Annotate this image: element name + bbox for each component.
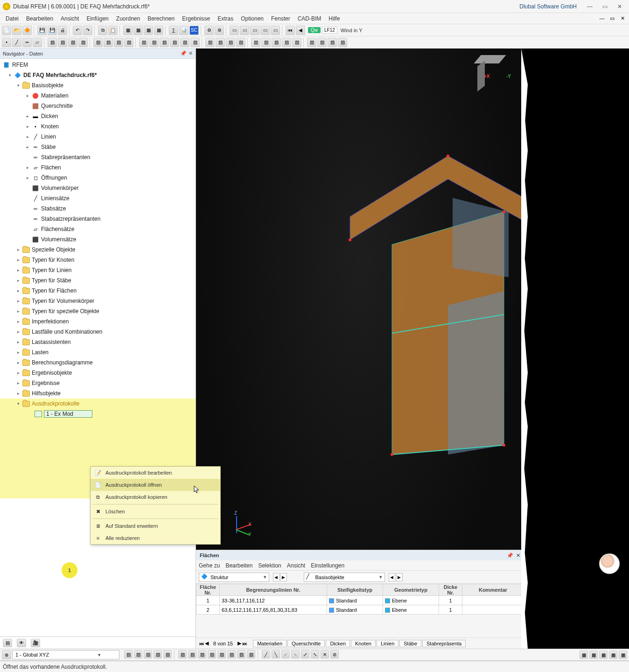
table-tab[interactable]: Stäbe bbox=[399, 640, 421, 647]
chevron-right-icon[interactable]: ▸ bbox=[15, 258, 21, 262]
chevron-right-icon[interactable]: ▸ bbox=[24, 175, 31, 180]
bt-icon[interactable]: ▨ bbox=[178, 650, 187, 658]
nav-prev-icon[interactable]: ◀ bbox=[205, 640, 209, 646]
maximize-button[interactable]: ▭ bbox=[598, 1, 611, 12]
bt-icon[interactable]: ▨ bbox=[227, 650, 236, 658]
script-icon[interactable]: SC bbox=[189, 26, 199, 35]
chevron-right-icon[interactable]: ▸ bbox=[15, 381, 21, 385]
tree-item[interactable]: ▱Flächensätze bbox=[0, 224, 196, 234]
lines-input[interactable] bbox=[222, 598, 325, 603]
tool-m-icon[interactable]: ▨ bbox=[180, 38, 189, 47]
menu-item[interactable]: Fenster bbox=[267, 14, 294, 23]
tree-folder[interactable]: ▸Ergebnisse bbox=[0, 378, 196, 388]
nav-next-icon[interactable]: ▶ bbox=[238, 640, 241, 646]
tool-v-icon[interactable]: ▨ bbox=[282, 38, 291, 47]
chevron-right-icon[interactable]: ▸ bbox=[15, 360, 21, 365]
table-tab[interactable]: Knoten bbox=[351, 640, 376, 647]
chevron-right-icon[interactable]: ▸ bbox=[15, 247, 21, 252]
minimize-button[interactable]: — bbox=[583, 1, 596, 12]
model-icon[interactable]: 🔶 bbox=[22, 26, 32, 35]
chevron-right-icon[interactable]: ▸ bbox=[15, 371, 21, 375]
save-icon[interactable]: 💾 bbox=[37, 26, 47, 35]
menu-item[interactable]: Extras bbox=[214, 14, 237, 23]
chevron-right-icon[interactable]: ▸ bbox=[15, 350, 21, 355]
menu-item[interactable]: Ansicht bbox=[57, 14, 83, 23]
bt-icon[interactable]: ▨ bbox=[134, 650, 142, 658]
table-menu-item[interactable]: Selektion bbox=[258, 562, 281, 569]
tool-p-icon[interactable]: ▨ bbox=[216, 38, 225, 47]
chevron-right-icon[interactable]: ▸ bbox=[24, 93, 31, 98]
nav-tab-data-icon[interactable]: ▤ bbox=[3, 639, 12, 647]
chevron-right-icon[interactable]: ▸ bbox=[15, 391, 21, 396]
tree-item[interactable]: ▸▬Dicken bbox=[0, 111, 196, 121]
bt-icon[interactable]: ▨ bbox=[217, 650, 226, 658]
mdi-restore-button[interactable]: ▭ bbox=[608, 15, 617, 21]
tool-d-icon[interactable]: ▨ bbox=[78, 38, 88, 47]
view3-icon[interactable]: ▦ bbox=[154, 26, 163, 35]
assistant-avatar[interactable] bbox=[599, 553, 620, 574]
tree-folder[interactable]: ▸Typen für Linien bbox=[0, 265, 196, 275]
bt-icon[interactable]: ▨ bbox=[154, 650, 162, 658]
tree-item[interactable]: 🟫Querschnitte bbox=[0, 101, 196, 111]
tree-folder[interactable]: ▸Lasten bbox=[0, 347, 196, 357]
tool-icon[interactable]: ⚙ bbox=[204, 26, 214, 35]
chevron-right-icon[interactable]: ▸ bbox=[24, 165, 31, 170]
tree-folder[interactable]: ▸Typen für Flächen bbox=[0, 286, 196, 296]
tool-f-icon[interactable]: ▨ bbox=[104, 38, 113, 47]
mdi-minimize-button[interactable]: — bbox=[597, 15, 607, 21]
nav-first-icon[interactable]: ⏮ bbox=[286, 26, 295, 35]
tree-item[interactable]: ═Stabrepräsentanten bbox=[0, 152, 196, 162]
tree-item[interactable]: ▸═Stäbe bbox=[0, 142, 196, 152]
menu-item[interactable]: CAD-BIM bbox=[294, 14, 325, 23]
menu-item[interactable]: Hilfe bbox=[325, 14, 343, 23]
tree-folder[interactable]: ▸Hilfsobjekte bbox=[0, 388, 196, 399]
loadcase-selector[interactable]: Qw LF12 Wind in Y bbox=[308, 27, 363, 34]
tree-root[interactable]: 📘 RFEM bbox=[0, 60, 196, 70]
bt-icon[interactable]: ▨ bbox=[163, 650, 172, 658]
tool-x-icon[interactable]: ▨ bbox=[307, 38, 316, 47]
redo-icon[interactable]: ↷ bbox=[83, 26, 92, 35]
tool-j-icon[interactable]: ▨ bbox=[149, 38, 159, 47]
table-tab[interactable]: Querschnitte bbox=[287, 640, 325, 647]
chevron-right-icon[interactable]: ▸ bbox=[15, 299, 21, 303]
results-icon[interactable]: 📊 bbox=[179, 26, 189, 35]
tree-item[interactable]: ═Stabsätze bbox=[0, 203, 196, 214]
chevron-right-icon[interactable]: ▸ bbox=[15, 319, 21, 324]
tree-model[interactable]: ▾ 🔷 DE FAQ Mehrfachdruck.rf6* bbox=[0, 70, 196, 80]
bt-icon[interactable]: ▨ bbox=[237, 650, 245, 658]
chevron-right-icon[interactable]: ▸ bbox=[24, 114, 31, 119]
print-icon[interactable]: 🖨 bbox=[58, 26, 67, 35]
chevron-down-icon[interactable]: ▾ bbox=[15, 83, 21, 88]
tree-folder[interactable]: ▸Typen für Knoten bbox=[0, 255, 196, 265]
tool-e-icon[interactable]: ▨ bbox=[93, 38, 103, 47]
tool7-icon[interactable]: ▭ bbox=[271, 26, 280, 35]
tree-folder[interactable]: ▸Typen für Stäbe bbox=[0, 275, 196, 286]
draw-surface-icon[interactable]: ▱ bbox=[33, 38, 42, 47]
tool-s-icon[interactable]: ▨ bbox=[251, 38, 260, 47]
tree-item[interactable]: ▸•Knoten bbox=[0, 121, 196, 132]
tree-folder[interactable]: ▸Imperfektionen bbox=[0, 316, 196, 327]
tool-aa-icon[interactable]: ▨ bbox=[338, 38, 347, 47]
chevron-down-icon[interactable]: ▾ bbox=[7, 73, 13, 77]
cm-open-report[interactable]: 📄Ausdruckprotokoll öffnen bbox=[91, 479, 220, 491]
table-tab[interactable]: Materialien bbox=[253, 640, 287, 647]
mdi-close-button[interactable]: ✕ bbox=[618, 15, 627, 21]
tool-w-icon[interactable]: ▨ bbox=[292, 38, 301, 47]
nav-tab-display-icon[interactable]: 👁 bbox=[17, 639, 26, 647]
panel-pin-icon[interactable]: 📌 bbox=[507, 553, 513, 559]
tree-protocol-item[interactable]: 1 - Ex Mod bbox=[0, 409, 196, 419]
draw-member-icon[interactable]: ═ bbox=[22, 38, 32, 47]
prev-icon[interactable]: ◀ bbox=[273, 573, 280, 581]
new-icon[interactable]: 📄 bbox=[2, 26, 11, 35]
bt-icon[interactable]: ⟍ bbox=[291, 650, 300, 658]
chevron-down-icon[interactable]: ▾ bbox=[15, 401, 21, 406]
chevron-right-icon[interactable]: ▸ bbox=[15, 309, 21, 314]
tool-a-icon[interactable]: ▨ bbox=[48, 38, 57, 47]
table-row[interactable]: 1 Standard Ebene 1 bbox=[196, 596, 524, 605]
tree-item[interactable]: ▸▱Flächen bbox=[0, 162, 196, 173]
tree-item[interactable]: ⬛Volumensätze bbox=[0, 234, 196, 245]
tool-o-icon[interactable]: ▨ bbox=[205, 38, 215, 47]
undo-icon[interactable]: ↶ bbox=[73, 26, 82, 35]
tool-t-icon[interactable]: ▨ bbox=[261, 38, 271, 47]
tree-folder[interactable]: ▸Lastfälle und Kombinationen bbox=[0, 327, 196, 337]
